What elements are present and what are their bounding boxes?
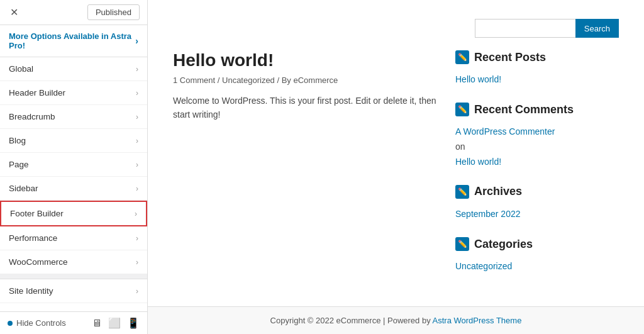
recent-comments-widget: ✏️ Recent Comments A WordPress Commenter… bbox=[455, 103, 619, 170]
sidebar-item-label: WooCommerce bbox=[9, 257, 68, 267]
widget-icon: ✏️ bbox=[455, 185, 469, 199]
search-button[interactable]: Search bbox=[575, 19, 619, 38]
more-options-banner[interactable]: More Options Available in Astra Pro! › bbox=[0, 25, 147, 57]
archive-link[interactable]: September 2022 bbox=[455, 206, 619, 222]
sidebar-item-woocommerce[interactable]: WooCommerce › bbox=[0, 250, 147, 274]
comment-author-link[interactable]: A WordPress Commenter bbox=[455, 124, 619, 140]
preview-area: Search Hello world! 1 Comment / Uncatego… bbox=[148, 0, 644, 334]
widget-icon: ✏️ bbox=[455, 103, 469, 116]
recent-comments-title: ✏️ Recent Comments bbox=[455, 103, 619, 116]
sidebar-nav: Global › Header Builder › Breadcrumb › B… bbox=[0, 57, 147, 311]
chevron-right-icon: › bbox=[136, 184, 138, 193]
sidebar-item-menus[interactable]: Menus › bbox=[0, 303, 147, 311]
search-bar: Search bbox=[173, 19, 619, 38]
published-button[interactable]: Published bbox=[87, 4, 140, 20]
post-meta-text: 1 Comment / Uncategorized / By eCommerce bbox=[173, 75, 338, 85]
chevron-right-icon: › bbox=[136, 65, 138, 74]
sidebar-item-label: Header Builder bbox=[9, 88, 65, 97]
chevron-right-icon: › bbox=[136, 234, 138, 243]
search-input[interactable] bbox=[475, 19, 575, 38]
content-layout: Hello world! 1 Comment / Uncategorized /… bbox=[173, 50, 619, 289]
more-options-label: More Options Available in Astra Pro! bbox=[9, 31, 135, 50]
chevron-right-icon: › bbox=[136, 89, 138, 97]
main-content: Hello world! 1 Comment / Uncategorized /… bbox=[173, 50, 436, 289]
chevron-right-icon: › bbox=[136, 258, 138, 267]
categories-title: ✏️ Categories bbox=[455, 237, 619, 251]
chevron-right-icon: › bbox=[135, 36, 138, 46]
sidebar-item-label: Blog bbox=[9, 136, 26, 145]
recent-posts-title: ✏️ Recent Posts bbox=[455, 50, 619, 64]
footer-theme-link[interactable]: Astra WordPress Theme bbox=[433, 316, 522, 325]
sidebar-item-page[interactable]: Page › bbox=[0, 153, 147, 177]
device-icons: 🖥 ⬜ 📱 bbox=[92, 317, 140, 329]
chevron-right-icon: › bbox=[136, 160, 138, 169]
dot-icon bbox=[8, 321, 13, 326]
widget-area: ✏️ Recent Posts Hello world! ✏️ Recent C… bbox=[455, 50, 619, 289]
sidebar-item-performance[interactable]: Performance › bbox=[0, 226, 147, 250]
customizer-sidebar: ✕ Published More Options Available in As… bbox=[0, 0, 148, 334]
footer-text: Copyright © 2022 eCommerce | Powered by bbox=[270, 316, 433, 325]
sidebar-item-label: Page bbox=[9, 160, 29, 169]
sidebar-item-label: Performance bbox=[9, 233, 57, 243]
hide-controls-button[interactable]: Hide Controls bbox=[8, 318, 66, 328]
chevron-right-icon: › bbox=[135, 209, 137, 218]
categories-widget: ✏️ Categories Uncategorized bbox=[455, 237, 619, 274]
sidebar-item-blog[interactable]: Blog › bbox=[0, 129, 147, 153]
site-footer: Copyright © 2022 eCommerce | Powered by … bbox=[148, 306, 644, 334]
chevron-right-icon: › bbox=[136, 113, 138, 121]
close-button[interactable]: ✕ bbox=[8, 4, 21, 21]
desktop-icon[interactable]: 🖥 bbox=[92, 318, 102, 329]
chevron-right-icon: › bbox=[136, 136, 138, 145]
sidebar-item-label: Sidebar bbox=[9, 184, 38, 193]
preview-wrapper: Search Hello world! 1 Comment / Uncatego… bbox=[148, 0, 644, 334]
post-meta: 1 Comment / Uncategorized / By eCommerce bbox=[173, 75, 436, 85]
sidebar-item-label: Global bbox=[9, 64, 33, 74]
archives-widget: ✏️ Archives September 2022 bbox=[455, 185, 619, 222]
comment-post-link[interactable]: Hello world! bbox=[455, 154, 619, 170]
sidebar-item-label: Site Identity bbox=[9, 286, 53, 296]
sidebar-item-site-identity[interactable]: Site Identity › bbox=[0, 279, 147, 303]
sidebar-footer: Hide Controls 🖥 ⬜ 📱 bbox=[0, 311, 147, 334]
hide-controls-label: Hide Controls bbox=[16, 318, 66, 328]
post-title: Hello world! bbox=[173, 50, 436, 70]
sidebar-item-global[interactable]: Global › bbox=[0, 57, 147, 81]
mobile-icon[interactable]: 📱 bbox=[127, 317, 140, 329]
recent-posts-widget: ✏️ Recent Posts Hello world! bbox=[455, 50, 619, 87]
comment-on: on bbox=[455, 142, 465, 152]
sidebar-item-sidebar[interactable]: Sidebar › bbox=[0, 177, 147, 201]
sidebar-item-header-builder[interactable]: Header Builder › bbox=[0, 81, 147, 105]
sidebar-item-label: Footer Builder bbox=[10, 209, 64, 218]
recent-comment-text: A WordPress Commenter on Hello world! bbox=[455, 124, 619, 170]
category-link[interactable]: Uncategorized bbox=[455, 259, 619, 274]
widget-icon: ✏️ bbox=[455, 50, 469, 64]
tablet-icon[interactable]: ⬜ bbox=[108, 317, 121, 329]
recent-post-link[interactable]: Hello world! bbox=[455, 72, 619, 87]
preview-content: Search Hello world! 1 Comment / Uncatego… bbox=[148, 0, 644, 306]
sidebar-item-footer-builder[interactable]: Footer Builder › bbox=[0, 201, 147, 226]
post-content: Welcome to WordPress. This is your first… bbox=[173, 94, 436, 122]
section-divider bbox=[0, 274, 147, 279]
sidebar-item-breadcrumb[interactable]: Breadcrumb › bbox=[0, 105, 147, 129]
close-icon: ✕ bbox=[10, 6, 18, 18]
chevron-right-icon: › bbox=[136, 287, 138, 296]
archives-title: ✏️ Archives bbox=[455, 185, 619, 199]
sidebar-header: ✕ Published bbox=[0, 0, 147, 25]
sidebar-item-label: Breadcrumb bbox=[9, 112, 55, 121]
widget-icon: ✏️ bbox=[455, 237, 469, 251]
